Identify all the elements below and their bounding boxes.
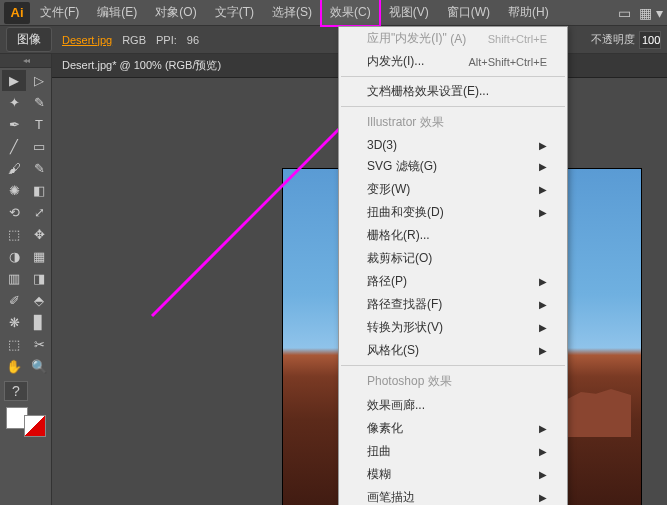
submenu-arrow-icon: ▶: [539, 446, 547, 457]
ppi-value: 96: [187, 34, 199, 46]
line-tool[interactable]: ╱: [2, 136, 26, 157]
menu-blur[interactable]: 模糊▶: [339, 463, 567, 486]
menu-shortcut: Alt+Shift+Ctrl+E: [468, 56, 547, 68]
submenu-arrow-icon: ▶: [539, 140, 547, 151]
toolbox: ◂◂ ▶ ▷ ✦ ✎ ✒ T ╱ ▭ 🖌 ✎ ✺ ◧ ⟲ ⤢ ⬚ ✥ ◑ ▦ ▥…: [0, 54, 52, 505]
menu-view[interactable]: 视图(V): [381, 0, 437, 25]
submenu-arrow-icon: ▶: [539, 299, 547, 310]
fill-stroke-swatch[interactable]: [6, 407, 46, 437]
symbol-sprayer-tool[interactable]: ❋: [2, 312, 26, 333]
graph-tool[interactable]: ▊: [27, 312, 51, 333]
menu-effect-gallery[interactable]: 效果画廊...: [339, 394, 567, 417]
menu-edit[interactable]: 编辑(E): [89, 0, 145, 25]
menu-rasterize[interactable]: 栅格化(R)...: [339, 224, 567, 247]
width-tool[interactable]: ⬚: [2, 224, 26, 245]
menubar: Ai 文件(F) 编辑(E) 对象(O) 文字(T) 选择(S) 效果(C) 视…: [0, 0, 667, 26]
menu-object[interactable]: 对象(O): [147, 0, 204, 25]
menu-separator: [341, 76, 565, 77]
pen-tool[interactable]: ✒: [2, 114, 26, 135]
help-tool[interactable]: ?: [4, 381, 28, 401]
slice-tool[interactable]: ✂: [27, 334, 51, 355]
shape-builder-tool[interactable]: ◑: [2, 246, 26, 267]
menu-svg-filters[interactable]: SVG 滤镜(G)▶: [339, 155, 567, 178]
colormode-label: RGB: [122, 34, 146, 46]
menu-window[interactable]: 窗口(W): [439, 0, 498, 25]
menu-stylize-ai[interactable]: 风格化(S)▶: [339, 339, 567, 362]
menu-separator: [341, 106, 565, 107]
selection-tool[interactable]: ▶: [2, 70, 26, 91]
linked-file[interactable]: Desert.jpg: [62, 34, 112, 46]
ppi-label: PPI:: [156, 34, 177, 46]
eraser-tool[interactable]: ◧: [27, 180, 51, 201]
submenu-arrow-icon: ▶: [539, 469, 547, 480]
menu-label: 内发光(I)...: [367, 53, 424, 70]
menu-apply-last-effect[interactable]: 应用"内发光(I)" (A) Shift+Ctrl+E: [339, 27, 567, 50]
mesh-tool[interactable]: ▥: [2, 268, 26, 289]
paintbrush-tool[interactable]: 🖌: [2, 158, 26, 179]
stroke-swatch[interactable]: [24, 415, 46, 437]
object-type-label: 图像: [6, 27, 52, 52]
menu-warp[interactable]: 变形(W)▶: [339, 178, 567, 201]
menu-effect[interactable]: 效果(C): [322, 0, 379, 25]
scale-tool[interactable]: ⤢: [27, 202, 51, 223]
menu-label: 应用"内发光(I)": [367, 30, 447, 47]
submenu-arrow-icon: ▶: [539, 276, 547, 287]
menu-brush-strokes[interactable]: 画笔描边▶: [339, 486, 567, 505]
menu-type[interactable]: 文字(T): [207, 0, 262, 25]
menu-distort-ps[interactable]: 扭曲▶: [339, 440, 567, 463]
artboard-tool[interactable]: ⬚: [2, 334, 26, 355]
menu-pathfinder[interactable]: 路径查找器(F)▶: [339, 293, 567, 316]
submenu-arrow-icon: ▶: [539, 492, 547, 503]
submenu-arrow-icon: ▶: [539, 345, 547, 356]
menu-distort-transform[interactable]: 扭曲和变换(D)▶: [339, 201, 567, 224]
opacity-label: 不透明度: [591, 32, 635, 47]
menu-separator: [341, 365, 565, 366]
menu-file[interactable]: 文件(F): [32, 0, 87, 25]
magic-wand-tool[interactable]: ✦: [2, 92, 26, 113]
blend-tool[interactable]: ⬘: [27, 290, 51, 311]
menu-path[interactable]: 路径(P)▶: [339, 270, 567, 293]
blob-brush-tool[interactable]: ✺: [2, 180, 26, 201]
effect-menu-dropdown: 应用"内发光(I)" (A) Shift+Ctrl+E 内发光(I)... Al…: [338, 26, 568, 505]
submenu-arrow-icon: ▶: [539, 423, 547, 434]
menu-convert-shape[interactable]: 转换为形状(V)▶: [339, 316, 567, 339]
toolbox-grip[interactable]: ◂◂: [0, 54, 51, 68]
rotate-tool[interactable]: ⟲: [2, 202, 26, 223]
menu-last-effect[interactable]: 内发光(I)... Alt+Shift+Ctrl+E: [339, 50, 567, 73]
menu-pixelate[interactable]: 像素化▶: [339, 417, 567, 440]
hand-tool[interactable]: ✋: [2, 356, 26, 377]
app-logo: Ai: [4, 2, 30, 24]
menu-help[interactable]: 帮助(H): [500, 0, 557, 25]
menu-key: (A): [450, 32, 466, 46]
layout-icon[interactable]: ▭: [618, 5, 631, 21]
type-tool[interactable]: T: [27, 114, 51, 135]
rectangle-tool[interactable]: ▭: [27, 136, 51, 157]
submenu-arrow-icon: ▶: [539, 161, 547, 172]
perspective-tool[interactable]: ▦: [27, 246, 51, 267]
menu-doc-raster-settings[interactable]: 文档栅格效果设置(E)...: [339, 80, 567, 103]
arrange-icon[interactable]: ▦ ▾: [639, 5, 663, 21]
direct-selection-tool[interactable]: ▷: [27, 70, 51, 91]
submenu-arrow-icon: ▶: [539, 184, 547, 195]
menu-select[interactable]: 选择(S): [264, 0, 320, 25]
lasso-tool[interactable]: ✎: [27, 92, 51, 113]
menu-section-photoshop: Photoshop 效果: [339, 369, 567, 394]
submenu-arrow-icon: ▶: [539, 322, 547, 333]
gradient-tool[interactable]: ◨: [27, 268, 51, 289]
menu-label: 文档栅格效果设置(E)...: [367, 83, 489, 100]
pencil-tool[interactable]: ✎: [27, 158, 51, 179]
free-transform-tool[interactable]: ✥: [27, 224, 51, 245]
zoom-tool[interactable]: 🔍: [27, 356, 51, 377]
menu-section-illustrator: Illustrator 效果: [339, 110, 567, 135]
menu-crop-marks[interactable]: 裁剪标记(O): [339, 247, 567, 270]
menu-3d[interactable]: 3D(3)▶: [339, 135, 567, 155]
submenu-arrow-icon: ▶: [539, 207, 547, 218]
menu-shortcut: Shift+Ctrl+E: [488, 33, 547, 45]
eyedropper-tool[interactable]: ✐: [2, 290, 26, 311]
opacity-field[interactable]: 100: [639, 31, 661, 49]
